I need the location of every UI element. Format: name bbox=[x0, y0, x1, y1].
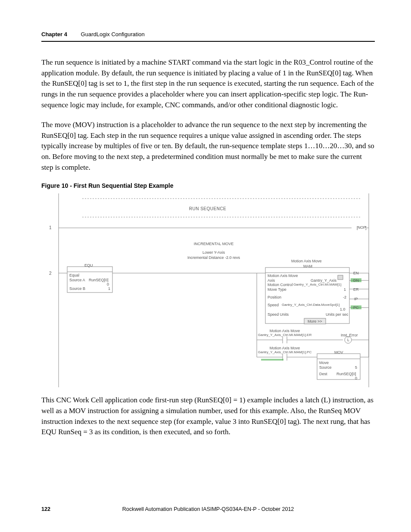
publication-line: Rockwell Automation Publication IASIMP-Q… bbox=[122, 506, 294, 512]
fig-mov-src-lbl: Source bbox=[319, 365, 332, 370]
fig-mam-spd-num: 1.0 bbox=[340, 307, 346, 311]
chapter-label: Chapter 4 bbox=[41, 31, 67, 37]
fig-mam-line1: Motion Axis Move bbox=[268, 274, 298, 278]
publication-date: October 2012 bbox=[262, 506, 294, 512]
publication-prefix: Rockwell Automation Publication IASIMP-Q… bbox=[122, 506, 262, 512]
fig-mam-su-val: Units per sec bbox=[326, 312, 349, 317]
fig-b3-tag: Gantry_Y_Axis_Ctrl.MI.MAM[1].PC bbox=[258, 350, 311, 354]
fig-latch: L bbox=[347, 338, 349, 342]
fig-inc-move: INCREMENTAL MOVE bbox=[194, 242, 234, 246]
figure-10: [ ] bbox=[41, 193, 374, 387]
fig-equ-srcA-num: 0 bbox=[107, 282, 109, 286]
fig-equ-srcB-val: 1 bbox=[108, 286, 110, 291]
fig-mov-title: MOV bbox=[334, 350, 343, 355]
fig-mov-src-val: 5 bbox=[355, 365, 357, 370]
fig-mam-more[interactable]: More >> bbox=[308, 319, 322, 324]
paragraph-2: The move (MOV) instruction is a placehol… bbox=[41, 120, 375, 173]
fig-mam-mt-lbl: Move Type bbox=[268, 287, 286, 292]
fig-mam-mc-val: Gantry_Y_Axis_Ctrl.MI.MAM[1] bbox=[293, 283, 341, 286]
fig-b2-top: Motion Axis Move bbox=[270, 329, 300, 333]
fig-run-sequence: RUN SEQUENCE bbox=[41, 206, 374, 211]
fig-equ-srcA-val: RunSEQ[0] bbox=[89, 278, 109, 282]
fig-mam-top: Motion Axis Move bbox=[291, 259, 322, 263]
chapter-title: GuardLogix Configuration bbox=[81, 31, 145, 37]
fig-equ-srcB-lbl: Source B bbox=[69, 286, 85, 291]
fig-mov-move: Move bbox=[319, 361, 329, 365]
fig-inc-dist: Incremental Distance -2.0 revs bbox=[187, 255, 240, 260]
fig-mam-axis-val: Gantry_Y_Axis bbox=[311, 278, 336, 283]
page-number: 122 bbox=[41, 506, 50, 512]
fig-en: EN bbox=[353, 271, 359, 275]
fig-mov-dst-val: RunSEQ[0] bbox=[336, 372, 356, 376]
fig-mam-title: MAM bbox=[303, 264, 312, 268]
fig-b3-top: Motion Axis Move bbox=[270, 346, 300, 350]
fig-lower-y: Lower Y-Axis bbox=[202, 250, 225, 255]
fig-inst-error: Inst_Error bbox=[341, 333, 358, 337]
fig-dn: DN bbox=[353, 278, 359, 283]
fig-mam-axis-lbl: Axis bbox=[268, 278, 275, 283]
fig-equ-title: EQU bbox=[84, 263, 93, 268]
fig-mam-mc-lbl: Motion Control bbox=[268, 283, 293, 287]
fig-rung2-num: 2 bbox=[49, 271, 52, 276]
page-header: Chapter 4 GuardLogix Configuration bbox=[41, 31, 375, 42]
fig-equ-srcA-lbl: Source A bbox=[69, 278, 85, 282]
svg-rect-24 bbox=[338, 275, 343, 280]
figure-title: Figure 10 - First Run Sequential Step Ex… bbox=[41, 182, 375, 189]
fig-b2-tag: Gantry_Y_Axis_Ctrl.MI.MAM[1].ER bbox=[258, 333, 311, 337]
fig-ip: IP bbox=[354, 297, 358, 301]
fig-rung1-num: 1 bbox=[49, 225, 52, 230]
fig-pc: PC bbox=[353, 305, 359, 310]
paragraph-3: This CNC Work Cell application code firs… bbox=[41, 395, 375, 438]
fig-mam-pos-lbl: Position bbox=[268, 295, 281, 299]
fig-mam-mt-val: 1 bbox=[344, 287, 346, 292]
fig-mov-dst-lbl: Dest bbox=[319, 372, 327, 376]
fig-mam-pos-val: -2 bbox=[343, 295, 346, 299]
fig-equ-equal: Equal bbox=[69, 273, 79, 277]
paragraph-1: The run sequence is initiated by a machi… bbox=[41, 57, 375, 110]
fig-mam-su-lbl: Speed Units bbox=[268, 312, 289, 317]
fig-mam-spd-lbl: Speed bbox=[268, 303, 279, 307]
fig-mov-dst-num: 0 bbox=[355, 376, 357, 380]
page-footer: 122 Rockwell Automation Publication IASI… bbox=[41, 506, 375, 512]
svg-rect-35 bbox=[261, 359, 283, 361]
fig-nop: NOP bbox=[358, 225, 366, 230]
fig-mam-spd-val: Gantry_Y_Axis_Ctrl.Data.MoveSpd[1] bbox=[282, 303, 339, 307]
fig-er: ER bbox=[353, 287, 359, 292]
